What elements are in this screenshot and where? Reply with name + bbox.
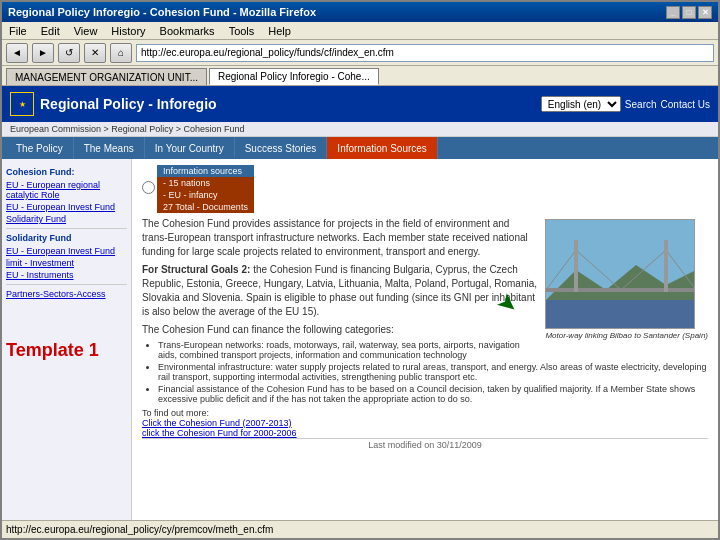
nav-tab-means[interactable]: The Means xyxy=(74,137,145,159)
list-item-3: Financial assistance of the Cohesion Fun… xyxy=(158,384,708,404)
address-bar[interactable] xyxy=(136,44,714,62)
list-item-1: Trans-European networks: roads, motorway… xyxy=(158,340,708,360)
more-info-label: To find out more: xyxy=(142,408,209,418)
svg-rect-9 xyxy=(664,240,668,292)
cohesion-list: Trans-European networks: roads, motorway… xyxy=(142,340,708,404)
template-label-area: Template 1 xyxy=(6,340,127,361)
content-area: Cohesion Fund: EU - European regional ca… xyxy=(2,159,718,520)
sidebar-solidarity-link-2[interactable]: limit - Investment xyxy=(6,257,127,269)
browser-toolbar: ◄ ► ↺ ✕ ⌂ xyxy=(2,40,718,66)
menu-edit[interactable]: Edit xyxy=(38,24,63,38)
main-navigation: The Policy The Means In Your Country Suc… xyxy=(2,137,718,159)
bridge-svg xyxy=(546,220,695,329)
home-button[interactable]: ⌂ xyxy=(110,43,132,63)
sidebar-solidarity-link-3[interactable]: EU - Instruments xyxy=(6,269,127,281)
reload-button[interactable]: ↺ xyxy=(58,43,80,63)
menu-view[interactable]: View xyxy=(71,24,101,38)
last-modified: Last modified on 30/11/2009 xyxy=(142,438,708,451)
nav-tab-policy[interactable]: The Policy xyxy=(6,137,74,159)
window-title: Regional Policy Inforegio - Cohesion Fun… xyxy=(8,6,316,18)
cohesion-link-2[interactable]: click the Cohesion Fund for 2000-2006 xyxy=(142,428,297,438)
back-button[interactable]: ◄ xyxy=(6,43,28,63)
menu-tools[interactable]: Tools xyxy=(226,24,258,38)
menu-bookmarks[interactable]: Bookmarks xyxy=(157,24,218,38)
dropdown-label[interactable]: Information sources xyxy=(157,165,254,177)
nav-tab-sources[interactable]: Information Sources xyxy=(327,137,438,159)
sidebar-solidarity-link-1[interactable]: EU - European Invest Fund xyxy=(6,245,127,257)
nav-tab-country[interactable]: In Your Country xyxy=(145,137,235,159)
sidebar-link-1[interactable]: EU - European regional catalytic Role xyxy=(6,179,127,201)
list-item-2: Environmental infrastructure: water supp… xyxy=(158,362,708,382)
eu-logo-area: ★ Regional Policy - Inforegio xyxy=(10,92,217,116)
bridge-image xyxy=(545,219,695,329)
sidebar: Cohesion Fund: EU - European regional ca… xyxy=(2,159,132,520)
bridge-image-container: Motor-way linking Bilbao to Santander (S… xyxy=(545,219,708,340)
maximize-button[interactable]: □ xyxy=(682,6,696,19)
sidebar-link-3[interactable]: Solidarity Fund xyxy=(6,213,127,225)
svg-rect-8 xyxy=(574,240,578,292)
menu-file[interactable]: File xyxy=(6,24,30,38)
template-label: Template 1 xyxy=(6,340,99,360)
menu-help[interactable]: Help xyxy=(265,24,294,38)
browser-tab-2[interactable]: Regional Policy Inforegio - Cohe... xyxy=(209,68,379,85)
nav-tab-stories[interactable]: Success Stories xyxy=(235,137,328,159)
dropdown-item-2[interactable]: - EU - infancy xyxy=(157,189,254,201)
language-selector[interactable]: English (en) xyxy=(541,96,621,112)
menu-history[interactable]: History xyxy=(108,24,148,38)
dropdown-item-3[interactable]: 27 Total - Documents xyxy=(157,201,254,213)
sidebar-cohesion-title: Cohesion Fund: xyxy=(6,167,127,177)
page-container: ★ Regional Policy - Inforegio English (e… xyxy=(2,86,718,520)
contact-link[interactable]: Contact Us xyxy=(661,99,710,110)
title-bar: Regional Policy Inforegio - Cohesion Fun… xyxy=(2,2,718,22)
status-text: http://ec.europa.eu/regional_policy/cy/p… xyxy=(6,524,273,535)
main-content: Information sources - 15 nations - EU - … xyxy=(132,159,718,520)
minimize-button[interactable]: _ xyxy=(666,6,680,19)
browser-window: Regional Policy Inforegio - Cohesion Fun… xyxy=(0,0,720,540)
dropdown-item-1[interactable]: - 15 nations xyxy=(157,177,254,189)
stop-button[interactable]: ✕ xyxy=(84,43,106,63)
eligible-label: For Structural Goals 2: xyxy=(142,264,250,275)
breadcrumb-text: European Commission > Regional Policy > … xyxy=(10,124,245,134)
sidebar-partners-link[interactable]: Partners-Sectors-Access xyxy=(6,288,127,300)
more-info: To find out more: Click the Cohesion Fun… xyxy=(142,408,708,438)
dropdown-menu: Information sources - 15 nations - EU - … xyxy=(157,165,254,213)
sidebar-link-2[interactable]: EU - European Invest Fund xyxy=(6,201,127,213)
svg-rect-7 xyxy=(546,288,695,292)
sidebar-divider-1 xyxy=(6,228,127,229)
sidebar-divider-2 xyxy=(6,284,127,285)
radio-area xyxy=(142,165,155,210)
bridge-caption: Motor-way linking Bilbao to Santander (S… xyxy=(545,331,708,340)
eu-stars-icon: ★ xyxy=(10,92,34,116)
search-link[interactable]: Search xyxy=(625,99,657,110)
dropdown-area: Information sources - 15 nations - EU - … xyxy=(142,165,708,213)
sidebar-solidarity-title: Solidarity Fund xyxy=(6,233,127,243)
menu-bar: File Edit View History Bookmarks Tools H… xyxy=(2,22,718,40)
status-bar: http://ec.europa.eu/regional_policy/cy/p… xyxy=(2,520,718,538)
header-right: English (en) Search Contact Us xyxy=(541,96,710,112)
radio-option[interactable] xyxy=(142,181,155,194)
breadcrumb: European Commission > Regional Policy > … xyxy=(2,122,718,137)
close-button[interactable]: ✕ xyxy=(698,6,712,19)
cohesion-link-1[interactable]: Click the Cohesion Fund (2007-2013) xyxy=(142,418,292,428)
browser-tabs: MANAGEMENT ORGANIZATION UNIT... Regional… xyxy=(2,66,718,86)
forward-button[interactable]: ► xyxy=(32,43,54,63)
site-title: Regional Policy - Inforegio xyxy=(40,96,217,112)
svg-rect-2 xyxy=(546,300,695,329)
eu-header: ★ Regional Policy - Inforegio English (e… xyxy=(2,86,718,122)
browser-tab-1[interactable]: MANAGEMENT ORGANIZATION UNIT... xyxy=(6,68,207,85)
window-controls: _ □ ✕ xyxy=(666,6,712,19)
